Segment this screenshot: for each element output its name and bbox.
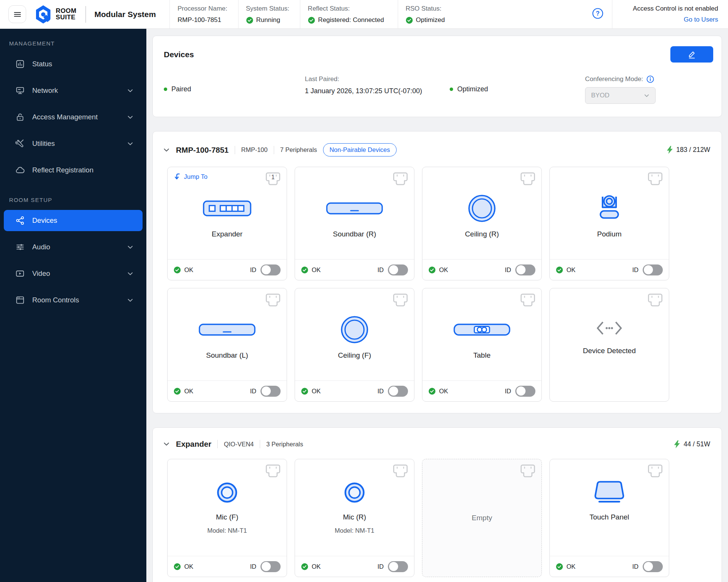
video-icon [15, 269, 25, 278]
power-usage: 183 / 212W [667, 146, 711, 154]
header-field-processor-name: Processor Name: RMP-100-7851 [169, 0, 238, 28]
chevron-down-icon [127, 244, 133, 250]
id-toggle[interactable] [388, 264, 408, 275]
section-peripherals: 7 Peripherals [280, 146, 317, 153]
sidebar-item-video[interactable]: Video [4, 263, 143, 284]
chevron-down-icon [644, 93, 650, 99]
id-label: ID [505, 388, 511, 395]
sidebar-item-room-controls[interactable]: Room Controls [4, 289, 143, 311]
header-field-rso-status: RSO Status: Optimized [398, 0, 456, 28]
device-status: OK [174, 266, 193, 274]
id-toggle[interactable] [515, 386, 535, 397]
toggle-knob [262, 386, 271, 396]
field-label: Processor Name: [177, 5, 227, 13]
conferencing-mode-select[interactable]: BYOD [585, 87, 656, 104]
device-card-device-detected[interactable]: Device Detected [549, 288, 669, 402]
id-toggle[interactable] [260, 386, 281, 397]
check-circle-icon [246, 17, 253, 24]
toggle-knob [516, 386, 526, 396]
empty-slot-label: Empty [472, 514, 492, 522]
port-icon: 1 [264, 172, 282, 187]
ceiling-device-icon [468, 194, 496, 224]
mic-device-icon [344, 482, 366, 505]
device-status: OK [556, 266, 576, 274]
section-header: RMP-100-7851 RMP-100 7 Peripherals Non-P… [153, 131, 722, 156]
id-label: ID [378, 266, 384, 274]
device-card-ceiling-f[interactable]: Ceiling (F) OK ID [295, 288, 414, 402]
device-card-table[interactable]: Table OK ID [422, 288, 542, 402]
ceiling-device-icon [340, 315, 369, 346]
sidebar-item-label: Utilities [32, 139, 55, 148]
id-toggle[interactable] [388, 386, 408, 397]
check-circle-icon [556, 563, 563, 570]
sidebar-item-reflect-registration[interactable]: Reflect Registration [4, 160, 143, 181]
camera-device-icon [598, 194, 621, 224]
header-status-fields: Processor Name: RMP-100-7851 System Stat… [169, 0, 455, 28]
check-circle-icon [174, 388, 181, 395]
device-card-mic-r[interactable]: Mic (R) Model: NM-T1 OK ID [295, 459, 414, 577]
device-status: OK [556, 563, 576, 570]
port-icon [646, 464, 664, 479]
sidebar-section-management: MANAGEMENT [9, 40, 146, 47]
sidebar-item-network[interactable]: Network [4, 80, 143, 101]
device-card-soundbar-l[interactable]: Soundbar (L) OK ID [167, 288, 287, 402]
non-pairable-devices-button[interactable]: Non-Pairable Devices [323, 143, 397, 156]
device-card-empty[interactable]: Empty [422, 459, 542, 577]
device-card-touch-panel[interactable]: Touch Panel OK ID [549, 459, 669, 577]
id-toggle[interactable] [643, 561, 663, 572]
port-icon [519, 172, 537, 187]
id-toggle[interactable] [388, 561, 408, 572]
id-toggle[interactable] [260, 264, 281, 275]
sidebar-item-utilities[interactable]: Utilities [4, 133, 143, 154]
device-status: OK [428, 266, 448, 274]
device-detected-icon [597, 321, 622, 336]
device-card-ceiling-r[interactable]: Ceiling (R) OK ID [422, 167, 542, 280]
field-label: System Status: [246, 5, 289, 13]
sidebar-item-status[interactable]: Status [4, 53, 143, 75]
check-circle-icon [174, 563, 181, 570]
device-card-grid: Mic (F) Model: NM-T1 OK ID [153, 449, 722, 577]
device-group-rmp-100-7851: RMP-100-7851 RMP-100 7 Peripherals Non-P… [152, 131, 722, 413]
device-card-expander[interactable]: Jump To 1 Expander OK ID [167, 167, 287, 280]
optimized-status-dot [450, 88, 453, 91]
card-footer: OK ID [168, 259, 287, 280]
check-circle-icon [301, 266, 308, 274]
sidebar-item-access-management[interactable]: Access Management [4, 106, 143, 128]
help-button[interactable]: ? [592, 8, 604, 21]
collapse-chevron-icon[interactable] [163, 147, 170, 153]
toggle-knob [516, 265, 526, 274]
device-card-soundbar-r[interactable]: Soundbar (R) OK ID [295, 167, 414, 280]
main-content: Devices Paired Last Paired: 1 January 20… [146, 29, 728, 582]
device-status: OK [174, 563, 193, 570]
card-footer: OK ID [422, 259, 541, 280]
device-card-mic-f[interactable]: Mic (F) Model: NM-T1 OK ID [167, 459, 287, 577]
table-device-icon [453, 324, 510, 337]
section-name: RMP-100-7851 [176, 146, 229, 155]
sidebar-item-devices[interactable]: Devices [4, 210, 143, 231]
soundbar-device-icon [326, 202, 383, 216]
check-circle-icon [301, 563, 308, 570]
field-label: RSO Status: [406, 5, 445, 13]
jump-to-link[interactable]: Jump To [174, 173, 207, 180]
go-to-users-link[interactable]: Go to Users [622, 16, 718, 23]
id-toggle[interactable] [260, 561, 281, 572]
field-value: RMP-100-7851 [177, 16, 227, 24]
info-icon[interactable] [646, 75, 654, 83]
collapse-chevron-icon[interactable] [163, 441, 170, 447]
id-toggle[interactable] [515, 264, 535, 275]
device-name: Device Detected [550, 347, 669, 355]
sidebar-item-label: Room Controls [32, 296, 79, 304]
touch-device-icon [590, 480, 629, 506]
edit-button[interactable] [670, 46, 713, 63]
device-card-podium[interactable]: Podium OK ID [549, 167, 669, 280]
id-label: ID [250, 563, 257, 570]
hamburger-menu-button[interactable] [8, 5, 26, 23]
access-control-note: Access Control is not enabled [622, 5, 718, 13]
check-circle-icon [406, 17, 413, 24]
paired-status-dot [164, 88, 167, 91]
separator [274, 146, 274, 154]
device-model: Model: NM-T1 [295, 527, 414, 534]
header-field-system-status: System Status: Running [238, 0, 300, 28]
sidebar-item-audio[interactable]: Audio [4, 236, 143, 258]
id-toggle[interactable] [643, 264, 663, 275]
